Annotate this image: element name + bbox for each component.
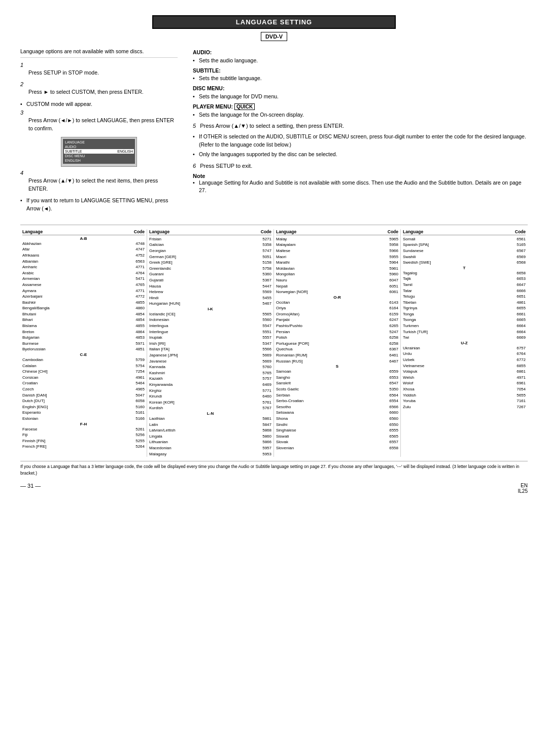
list-item: Korean [KOR]5761 [149, 400, 271, 406]
list-item: Swedish [SWE]6568 [403, 260, 526, 266]
list-item: Japanese [JPN]5669 [149, 352, 271, 358]
list-item: Maltese5966 [276, 248, 398, 254]
lang-col-3: Language Code Malay5965 Malayalam5958 Ma… [274, 229, 401, 457]
lang-col-1: Language Code A-B Abkhazian4748 Afar4747… [20, 229, 147, 457]
list-item: Finnish [FIN]5255 [22, 438, 145, 444]
player-menu-bullet: Sets the language for the On-screen disp… [193, 111, 528, 119]
list-item: Maori5955 [276, 254, 398, 260]
audio-bullet: Sets the audio language. [193, 57, 528, 65]
list-item: Oromo(Afan)6159 [276, 311, 398, 317]
list-item: Lingala5860 [149, 434, 271, 440]
list-item: Romanian [RUM]6461 [276, 352, 398, 358]
list-item: Sangho6553 [276, 375, 398, 381]
list-item: Urdu6764 [403, 351, 526, 357]
step-6: 6 Press SETUP to exit. [193, 163, 528, 169]
custom-bullet: CUSTOM mode will appear. [20, 100, 178, 109]
list-item: Malayalam5958 [276, 242, 398, 248]
list-item: Irish [IRI]5347 [149, 341, 271, 347]
list-item: Hindi5455 [149, 295, 271, 301]
step-4: 4 Press Arrow (▲/▼) to select the next i… [20, 170, 178, 193]
list-item: Hungarian [HUN]5467 [149, 301, 271, 307]
list-item: Slovenian6558 [276, 445, 398, 451]
list-item: Chinese [CHI]7254 [22, 369, 145, 375]
list-item: Volapuk6861 [403, 369, 526, 375]
list-item: Sanskrit6547 [276, 380, 398, 386]
list-item: Quechua6367 [276, 346, 398, 352]
list-item: Indonesian5560 [149, 317, 271, 323]
other-bullet: If OTHER is selected on the AUDIO, SUBTI… [193, 133, 528, 149]
note-section: Note Language Setting for Audio and Subt… [193, 173, 528, 195]
list-item: Shona6560 [276, 416, 398, 422]
list-item: Latin5847 [149, 422, 271, 428]
quick-box: QUICK [234, 103, 255, 110]
list-item: Nauru6047 [276, 277, 398, 283]
list-item: Tonga6661 [403, 311, 526, 317]
step-3: 3 Press Arrow (◄/►) to select LANGUAGE, … [20, 110, 178, 133]
list-item: Albanian6563 [22, 259, 145, 265]
page-footer: — 31 — EN IL25 [20, 483, 528, 494]
list-item: Interlingue5551 [149, 329, 271, 335]
list-item: Swahili6569 [403, 254, 526, 260]
list-item: Portuguese [POR]6258 [276, 341, 398, 347]
list-item: Tagalog6658 [403, 270, 526, 276]
list-item: Hausa5447 [149, 283, 271, 290]
list-item: Estonian5166 [22, 416, 145, 422]
list-item: Telugu6651 [403, 294, 526, 300]
list-item: Icelandic [ICE]5565 [149, 311, 271, 317]
list-item: Mongolian5960 [276, 271, 398, 277]
list-item: Serbian6564 [276, 392, 398, 399]
list-item: Bengali/Bangla4860 [22, 305, 145, 311]
list-item: Kannada5760 [149, 364, 271, 370]
screen-mockup: LANGUAGE AUDIO SUBTITLE ENGLISH DISC MEN… [61, 137, 137, 167]
list-item: Malay5965 [276, 236, 398, 242]
lang-col-2: Language Code Frisian5271 Galician5358 G… [147, 229, 274, 457]
list-item: Slovak6557 [276, 439, 398, 445]
list-item: Kazakh5757 [149, 376, 271, 382]
list-item: Panjabi6247 [276, 317, 398, 323]
list-item: Tibetan4861 [403, 300, 526, 306]
step-1: 1 Press SETUP in STOP mode. [20, 62, 178, 77]
list-item: Tajik6653 [403, 276, 526, 282]
list-item: Amharic4771 [22, 264, 145, 270]
list-item: Russian [RUS]6467 [276, 358, 398, 365]
list-item: Samoan6559 [276, 369, 398, 375]
list-item: Ukrainian6757 [403, 345, 526, 351]
list-item: Oriya6164 [276, 305, 398, 311]
list-item: Vietnamese6855 [403, 363, 526, 369]
list-item: Hebrew5569 [149, 289, 271, 295]
list-item: Macedonian5957 [149, 445, 271, 451]
list-item: Frisian5271 [149, 236, 271, 242]
list-item: German [GER]5051 [149, 254, 271, 260]
list-item: Greek [GRE]5158 [149, 260, 271, 266]
list-item: Tigrinya6655 [403, 305, 526, 311]
list-item: Nepali6051 [276, 283, 398, 290]
list-item: Turkish [TUR]6664 [403, 329, 526, 335]
supported-bullet: Only the languages supported by the disc… [193, 151, 528, 159]
list-item: Bihari4854 [22, 317, 145, 323]
list-item: Malagasy5953 [149, 451, 271, 457]
list-item: Byelorussian4851 [22, 346, 145, 352]
list-item: Breton4864 [22, 329, 145, 335]
list-item: Danish [DAN]5047 [22, 392, 145, 399]
list-item: Sundanese6567 [403, 248, 526, 254]
list-item: Guarani5360 [149, 271, 271, 277]
list-item: Yiddish5655 [403, 392, 526, 399]
return-bullet: If you want to return to LANGUAGE SETTIN… [20, 197, 178, 213]
list-item: Galician5358 [149, 242, 271, 248]
page-number: — 31 — [20, 483, 41, 494]
dvd-badge: DVD-V [261, 32, 287, 41]
list-item: Siswati6565 [276, 434, 398, 440]
list-item: Bislama4855 [22, 323, 145, 329]
list-item: Bashkir4855 [22, 300, 145, 306]
list-item: Bhutani4854 [22, 311, 145, 317]
page-code: EN IL25 [518, 483, 528, 494]
disc-menu-label: DISC MENU: [193, 84, 528, 93]
list-item: English [ENG]5160 [22, 404, 145, 410]
page-title: LANGUAGE SETTING [152, 15, 396, 29]
list-item: Corsican4961 [22, 375, 145, 381]
list-item: Zulu7267 [403, 404, 526, 410]
disc-notice: Language options are not available with … [20, 48, 178, 58]
lang-note: If you choose a Language that has a 3 le… [20, 461, 528, 477]
list-item: Kinyarwanda6469 [149, 382, 271, 388]
list-item: Interlingua5547 [149, 323, 271, 329]
